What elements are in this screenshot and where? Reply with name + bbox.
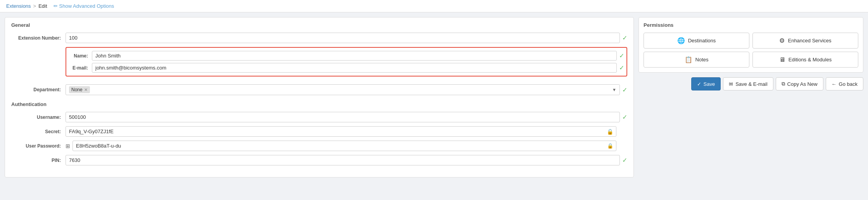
password-lock-icon: 🔒 [607,143,613,149]
editions-modules-icon: 🖥 [779,56,785,63]
username-group: Username: ✓ [11,112,627,122]
secret-lock-icon: 🔒 [607,129,613,135]
name-check: ✓ [619,52,624,59]
breadcrumb-edit: Edit [38,3,47,9]
email-label: E-mail: [69,65,92,71]
password-grid-icon: ⊞ [66,143,70,149]
go-back-icon: ← [832,81,837,87]
department-remove[interactable]: ✕ [84,87,88,92]
pin-group: PIN: ✓ [11,155,627,165]
enhanced-services-icon: ⚙ [779,37,785,44]
save-button[interactable]: ✓ Save [691,77,721,90]
permissions-title: Permissions [644,22,858,28]
username-input[interactable] [66,112,620,122]
secret-label: Secret: [11,129,66,134]
destinations-icon: 🌐 [677,37,685,44]
go-back-button[interactable]: ← Go back [826,77,863,90]
notes-button[interactable]: 📋 Notes [644,52,749,68]
top-bar: Extensions > Edit ✏ Show Advanced Option… [0,0,868,12]
department-check: ✓ [622,86,627,94]
name-label: Name: [69,53,92,59]
permissions-box: Permissions 🌐 Destinations ⚙ Enhanced Se… [638,17,863,73]
general-section-title: General [11,22,627,28]
general-panel: General Extension Number: ✓ Name: ✓ E-ma… [5,17,634,177]
destinations-label: Destinations [688,38,716,43]
user-password-group: User Password: ⊞ 🔒 [11,141,627,151]
enhanced-services-label: Enhanced Services [788,38,831,43]
username-label: Username: [11,115,66,120]
extension-number-label: Extension Number: [11,35,66,41]
department-arrow: ▼ [609,87,616,92]
permissions-grid: 🌐 Destinations ⚙ Enhanced Services 📋 Not… [644,33,858,68]
editions-modules-button[interactable]: 🖥 Editions & Modules [752,52,858,68]
name-row: Name: ✓ [69,51,624,61]
show-advanced-link[interactable]: ✏ Show Advanced Options [53,3,114,9]
email-input[interactable] [92,63,617,73]
extension-number-input[interactable] [66,33,620,43]
department-tag-value: None [71,87,83,92]
user-password-label: User Password: [11,143,66,149]
name-input[interactable] [92,51,617,61]
breadcrumb-separator: > [33,3,36,9]
advanced-label: Show Advanced Options [59,3,114,9]
copy-as-new-label: Copy As New [787,81,818,87]
right-panel: Permissions 🌐 Destinations ⚙ Enhanced Se… [638,17,863,177]
enhanced-services-button[interactable]: ⚙ Enhanced Services [752,33,858,49]
department-group: Department: None ✕ ▼ ✓ [11,84,627,95]
editions-modules-label: Editions & Modules [789,57,832,63]
authentication-section: Authentication Username: ✓ Secret: 🔒 Use… [11,101,627,165]
name-email-group: Name: ✓ E-mail: ✓ [66,47,627,77]
secret-input[interactable] [66,126,616,137]
pin-check: ✓ [622,157,627,164]
pin-input[interactable] [66,155,620,165]
save-email-label: Save & E-mail [735,81,767,87]
username-check: ✓ [622,113,627,121]
save-label: Save [704,81,715,87]
save-icon: ✓ [697,81,701,87]
go-back-label: Go back [839,81,858,87]
notes-label: Notes [695,57,709,63]
email-check: ✓ [619,64,624,71]
extension-number-check: ✓ [622,34,627,42]
pin-label: PIN: [11,158,66,163]
copy-as-new-button[interactable]: ⧉ Copy As New [776,77,823,90]
notes-icon: 📋 [685,56,692,63]
save-email-icon: ✉ [729,81,733,87]
name-email-wrapper: Name: ✓ E-mail: ✓ [11,47,627,80]
destinations-button[interactable]: 🌐 Destinations [644,33,749,49]
copy-as-new-icon: ⧉ [782,81,785,87]
breadcrumb-extensions[interactable]: Extensions [6,3,31,9]
auth-section-title: Authentication [11,101,627,107]
email-row: E-mail: ✓ [69,63,624,73]
action-buttons: ✓ Save ✉ Save & E-mail ⧉ Copy As New ← G… [638,77,863,90]
department-tag: None ✕ [69,86,90,93]
secret-group: Secret: 🔒 [11,126,627,137]
save-email-button[interactable]: ✉ Save & E-mail [723,77,773,90]
department-select[interactable]: None ✕ ▼ [66,84,620,95]
advanced-icon: ✏ [53,3,58,9]
department-label: Department: [11,87,66,92]
user-password-input[interactable] [72,141,616,151]
extension-number-group: Extension Number: ✓ [11,33,627,43]
